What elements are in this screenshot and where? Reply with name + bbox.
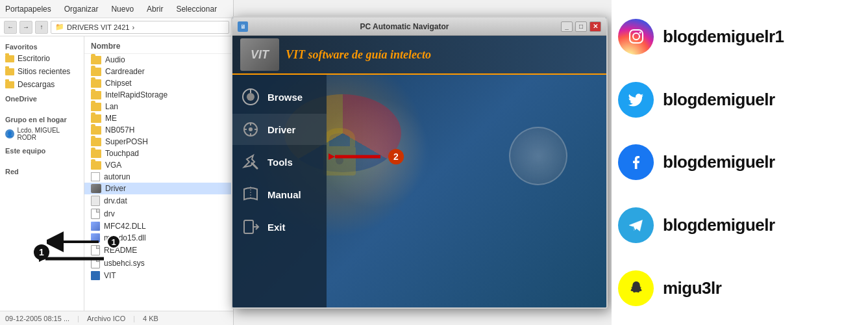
folder-icon	[5, 55, 14, 62]
status-size: 4 KB	[143, 315, 158, 322]
file-item-cardreader[interactable]: Cardreader	[84, 66, 233, 77]
svg-rect-13	[244, 220, 253, 233]
folder-icon	[91, 114, 101, 123]
file-item-nb057h[interactable]: NB057H	[84, 124, 233, 136]
window-controls: _ □ ✕	[561, 21, 601, 32]
file-item-superposh[interactable]: SuperPOSH	[84, 136, 233, 148]
file-name: Driver	[105, 184, 126, 193]
facebook-icon[interactable]	[618, 144, 654, 180]
close-button[interactable]: ✕	[589, 21, 601, 32]
file-name: IntelRapidStorage	[105, 90, 167, 99]
file-name: NB057H	[105, 125, 134, 135]
breadcrumb-path[interactable]: 📁 DRIVERS VIT 2421 ›	[51, 21, 229, 34]
file-explorer: Portapapeles Organizar Nuevo Abrir Selec…	[0, 0, 234, 325]
file-icon	[91, 271, 100, 280]
toolbar-seleccionar[interactable]: Seleccionar	[176, 5, 217, 14]
toolbar-abrir[interactable]: Abrir	[147, 5, 163, 14]
status-type: Archivo ICO	[87, 315, 125, 322]
tools-icon	[240, 151, 261, 172]
file-item-audio[interactable]: Audio	[84, 54, 233, 66]
menu-browse[interactable]: Browse	[232, 81, 327, 112]
bg-emblem	[509, 127, 567, 185]
menu-driver[interactable]: Driver	[232, 114, 327, 145]
file-icon	[91, 209, 100, 219]
file-item-chipset[interactable]: Chipset	[84, 77, 233, 89]
menu-browse-label: Browse	[267, 92, 303, 103]
instagram-icon[interactable]	[618, 19, 654, 55]
driver-icon	[240, 119, 261, 140]
facebook-handle: blogdemiguelr	[663, 152, 775, 172]
file-name: autorun	[104, 172, 130, 181]
status-date: 09-12-2005 08:15 ...	[5, 315, 69, 322]
up-button[interactable]: ↑	[35, 21, 48, 34]
sidebar-item-escritorio[interactable]: Escritorio	[0, 52, 84, 65]
file-name: Chipset	[105, 79, 132, 88]
file-icon	[91, 184, 101, 193]
folder-icon	[5, 81, 14, 88]
file-name: Audio	[105, 55, 125, 64]
navigator-header: VIT VIT software de guía intelecto	[232, 36, 606, 75]
toolbar-organizar[interactable]: Organizar	[64, 5, 99, 14]
svg-point-6	[249, 127, 253, 131]
social-item-snapchat: migu3lr	[618, 270, 862, 306]
file-item-autorun[interactable]: autorun	[84, 171, 233, 183]
browse-icon	[240, 86, 261, 107]
back-button[interactable]: ←	[4, 21, 17, 34]
toolbar-portapapeles[interactable]: Portapapeles	[5, 5, 51, 14]
annotation-arrow-1-badge: 1	[34, 244, 49, 260]
svg-point-3	[247, 93, 254, 101]
pc-title: Este equipo	[0, 143, 84, 156]
menu-exit-label: Exit	[267, 222, 286, 233]
file-item-drv-dat[interactable]: drv.dat	[84, 194, 233, 207]
folder-icon	[91, 103, 101, 111]
window-app-icon: 🖥	[238, 21, 248, 32]
menu-manual[interactable]: Manual	[232, 179, 327, 210]
sidebar-item-sitios-recientes[interactable]: Sitios recientes	[0, 65, 84, 78]
exit-icon	[240, 216, 261, 237]
sidebar-label: Lcdo. MIGUEL RODR	[18, 127, 79, 141]
file-item-vga[interactable]: VGA	[84, 159, 233, 171]
folder-icon	[91, 138, 101, 146]
social-panel: blogdemiguelr1 blogdemiguelr blogdemigue…	[612, 0, 868, 325]
menu-tools[interactable]: Tools	[232, 146, 327, 177]
folder-icon	[91, 161, 101, 170]
sidebar-item-descargas[interactable]: Descargas	[0, 78, 84, 91]
forward-button[interactable]: →	[19, 21, 32, 34]
file-name: drv	[104, 209, 115, 218]
breadcrumb-chevron: ›	[132, 23, 134, 31]
file-item-me[interactable]: ME	[84, 112, 233, 124]
menu-exit[interactable]: Exit	[232, 211, 327, 242]
user-icon: 👤	[5, 129, 14, 138]
sidebar-label: Descargas	[18, 80, 55, 89]
badge-2: 2	[388, 149, 404, 164]
twitter-icon[interactable]	[618, 82, 654, 118]
social-item-facebook: blogdemiguelr	[618, 144, 862, 180]
telegram-icon[interactable]	[618, 207, 654, 243]
column-header-name: Nombre	[84, 39, 233, 54]
maximize-button[interactable]: □	[575, 21, 587, 32]
file-name: Touchpad	[105, 149, 139, 158]
toolbar-nuevo[interactable]: Nuevo	[111, 5, 134, 14]
file-item-touchpad[interactable]: Touchpad	[84, 148, 233, 159]
sidebar-item-miguel[interactable]: 👤 Lcdo. MIGUEL RODR	[0, 125, 84, 143]
file-item-lan[interactable]: Lan	[84, 101, 233, 112]
minimize-button[interactable]: _	[561, 21, 573, 32]
file-name: Lan	[105, 102, 118, 111]
menu-driver-label: Driver	[267, 124, 295, 135]
annotation-arrow-2: 2	[329, 145, 404, 168]
breadcrumb-icon: 📁	[55, 23, 64, 31]
menu-tools-label: Tools	[267, 157, 293, 168]
folder-icon	[91, 126, 101, 135]
instagram-handle: blogdemiguelr1	[663, 27, 784, 47]
navigator-body: Browse Driver	[232, 75, 606, 307]
file-name: Cardreader	[105, 67, 145, 76]
file-item-intelrapid[interactable]: IntelRapidStorage	[84, 89, 233, 101]
snapchat-icon[interactable]	[618, 270, 654, 306]
file-item-driver[interactable]: Driver	[84, 183, 233, 194]
manual-icon	[240, 184, 261, 205]
folder-icon	[91, 79, 101, 88]
telegram-handle: blogdemiguelr	[663, 215, 775, 235]
file-item-drv[interactable]: drv	[84, 207, 233, 220]
file-icon	[91, 196, 100, 206]
snapchat-handle: migu3lr	[663, 278, 721, 298]
